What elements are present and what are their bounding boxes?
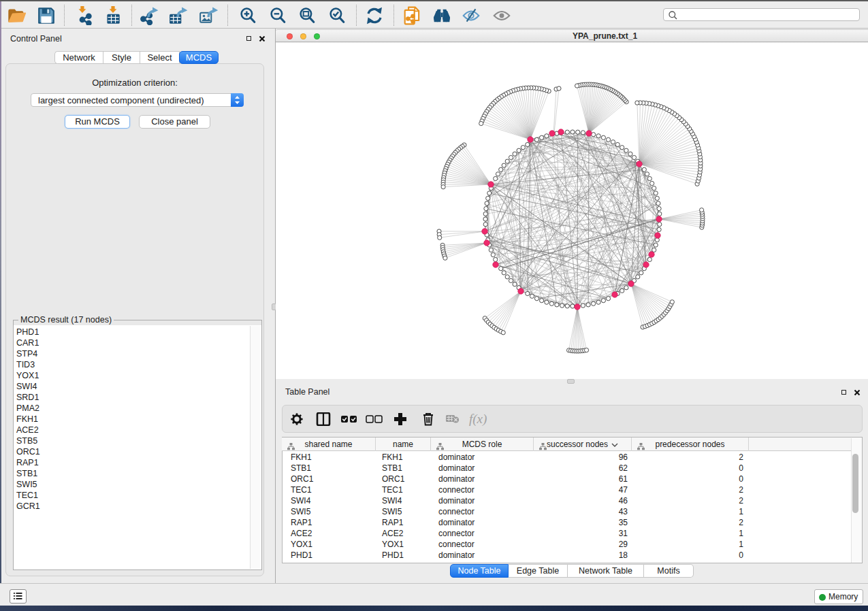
- svg-text:f(x): f(x): [469, 412, 487, 426]
